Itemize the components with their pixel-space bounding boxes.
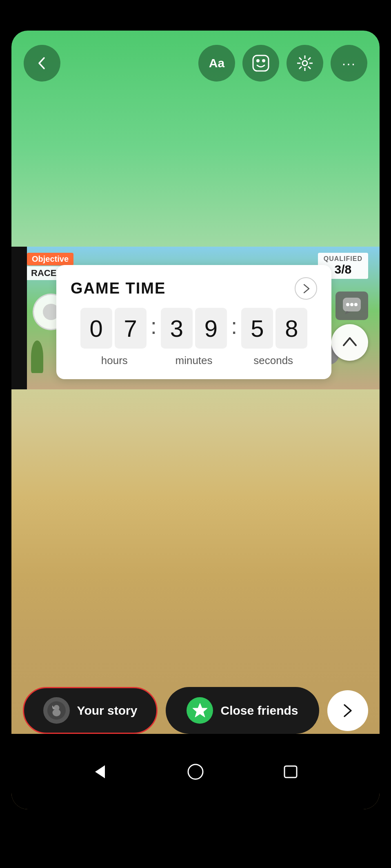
svg-point-1: [257, 60, 259, 62]
svg-point-11: [302, 61, 307, 66]
nav-back-icon[interactable]: [84, 755, 116, 788]
up-arrow-button[interactable]: [331, 324, 368, 361]
widget-header: GAME TIME: [71, 277, 317, 300]
close-friends-button[interactable]: Close friends: [166, 687, 319, 734]
story-label: Your story: [77, 704, 138, 718]
toolbar: Aa: [11, 31, 380, 84]
svg-point-15: [354, 303, 358, 306]
svg-point-13: [346, 303, 349, 306]
friends-icon: [187, 697, 213, 724]
svg-point-2: [263, 60, 265, 62]
friends-label: Close friends: [220, 704, 298, 718]
svg-line-7: [299, 57, 302, 60]
minutes-digit-2: 9: [195, 308, 227, 349]
time-labels: hours minutes seconds: [71, 354, 317, 367]
toolbar-right: Aa: [198, 45, 367, 82]
seconds-digit-1: 5: [241, 308, 273, 349]
back-button[interactable]: [24, 45, 60, 82]
game-time-widget: GAME TIME 0 7 : 3 9 : 5 8 hours minutes …: [56, 265, 331, 379]
svg-line-9: [308, 57, 311, 60]
svg-rect-0: [253, 55, 269, 71]
nav-recents-icon[interactable]: [275, 755, 307, 788]
svg-line-10: [299, 66, 302, 69]
colon-1: :: [149, 313, 158, 339]
widget-next-arrow[interactable]: [295, 277, 317, 300]
black-strip: [11, 247, 27, 389]
hours-digit-2: 7: [115, 308, 147, 349]
more-button[interactable]: ···: [331, 45, 367, 82]
minutes-digit-1: 3: [161, 308, 193, 349]
next-button[interactable]: [327, 690, 368, 731]
svg-marker-20: [95, 765, 105, 778]
time-display: 0 7 : 3 9 : 5 8: [71, 308, 317, 349]
text-button[interactable]: Aa: [198, 45, 235, 82]
nav-bar: [11, 734, 380, 809]
story-avatar: [43, 697, 70, 724]
svg-marker-19: [193, 703, 207, 717]
nav-home-icon[interactable]: [179, 755, 212, 788]
chat-icon[interactable]: [335, 292, 368, 320]
seconds-digit-2: 8: [275, 308, 307, 349]
bottom-bar: Your story Close friends: [11, 687, 380, 734]
svg-rect-22: [284, 766, 297, 777]
svg-point-21: [188, 764, 203, 779]
hours-label: hours: [75, 354, 154, 367]
sticker-button[interactable]: [242, 45, 279, 82]
colon-2: :: [229, 313, 239, 339]
widget-title: GAME TIME: [71, 280, 166, 297]
hours-digit-1: 0: [80, 308, 112, 349]
svg-point-14: [350, 303, 353, 306]
seconds-label: seconds: [233, 354, 313, 367]
svg-line-8: [308, 66, 311, 69]
minutes-label: minutes: [154, 354, 234, 367]
effects-button[interactable]: [287, 45, 323, 82]
objective-badge: Objective: [27, 253, 73, 265]
your-story-button[interactable]: Your story: [23, 687, 158, 734]
